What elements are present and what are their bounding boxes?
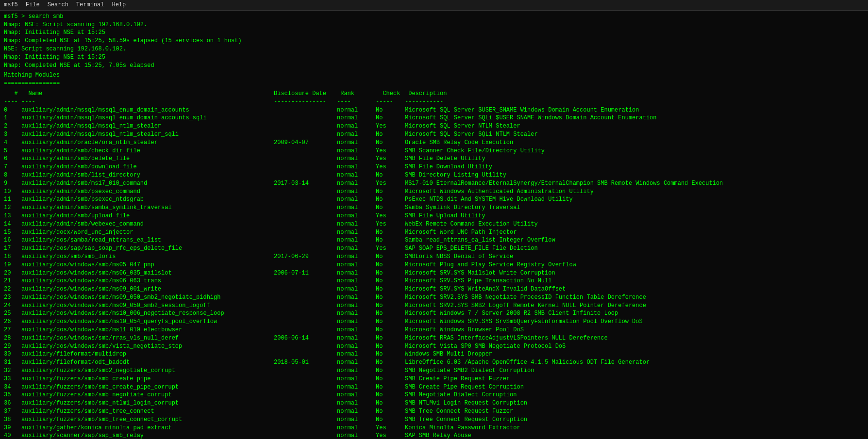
- table-row[interactable]: 3 auxiliary/admin/mssql/mssql_ntlm_steal…: [4, 130, 864, 139]
- table-row[interactable]: 4 auxiliary/admin/oracle/ora_ntlm_steale…: [4, 139, 864, 147]
- col-name-value: auxiliary/fuzzers/smb/smb_negotiate_corr…: [21, 391, 274, 399]
- col-name-value: auxiliary/scanner/sap/sap_smb_relay: [21, 432, 274, 439]
- table-row[interactable]: 2 auxiliary/admin/mssql/mssql_ntlm_steal…: [4, 122, 864, 130]
- col-rank-value: normal: [337, 399, 376, 407]
- col-desc-value: Microsoft SRV.SYS WriteAndX Invalid Data…: [405, 285, 566, 293]
- col-name-value: auxiliary/dos/windows/smb/ms09_001_write: [21, 285, 274, 293]
- table-row[interactable]: 24 auxiliary/dos/windows/smb/ms09_050_sm…: [4, 302, 864, 310]
- menu-help[interactable]: Help: [112, 1, 126, 9]
- menu-terminal[interactable]: Terminal: [76, 1, 104, 9]
- table-row[interactable]: 11 auxiliary/admin/smb/psexec_ntdsgrabno…: [4, 195, 864, 204]
- col-check-value: No: [376, 114, 405, 122]
- col-rank-value: normal: [337, 342, 376, 351]
- table-row[interactable]: 1 auxiliary/admin/mssql/mssql_enum_domai…: [4, 114, 864, 122]
- table-row[interactable]: 26 auxiliary/dos/windows/smb/ms10_054_qu…: [4, 318, 864, 326]
- table-row[interactable]: 38 auxiliary/fuzzers/smb/smb_tree_connec…: [4, 416, 864, 424]
- col-check-value: No: [376, 106, 405, 114]
- table-row[interactable]: 0 auxiliary/admin/mssql/mssql_enum_domai…: [4, 106, 864, 114]
- col-date-value: [274, 130, 337, 139]
- col-rank-value: normal: [337, 236, 376, 244]
- col-date-value: [274, 155, 337, 163]
- col-check-value: No: [376, 391, 405, 399]
- col-check-value: No: [376, 188, 405, 196]
- col-desc-value: SMB Tree Connect Request Fuzzer: [405, 407, 513, 416]
- col-num-value: 2: [4, 122, 21, 130]
- col-date-value: [274, 277, 337, 285]
- col-desc-value: Microsoft SRV2.SYS SMB Negotiate Process…: [405, 293, 646, 302]
- col-num-header: #: [4, 90, 21, 98]
- col-date-value: [274, 171, 337, 179]
- col-rank-value: normal: [337, 407, 376, 416]
- table-row[interactable]: 36 auxiliary/fuzzers/smb/smb_ntlm1_login…: [4, 399, 864, 407]
- col-date-value: [274, 407, 337, 416]
- menu-search[interactable]: Search: [48, 1, 68, 9]
- col-check-header: Check: [376, 90, 405, 98]
- table-row[interactable]: 32 auxiliary/fuzzers/smb/smb2_negotiate_…: [4, 367, 864, 375]
- col-desc-value: Windows SMB Multi Dropper: [405, 350, 492, 358]
- col-date-header: Disclosure Date: [274, 90, 337, 98]
- col-desc-value: Microsoft Vista SP0 SMB Negotiate Protoc…: [405, 342, 566, 351]
- table-row[interactable]: 37 auxiliary/fuzzers/smb/smb_tree_connec…: [4, 407, 864, 416]
- col-name-value: auxiliary/fuzzers/smb/smb2_negotiate_cor…: [21, 367, 274, 375]
- col-rank-value: normal: [337, 432, 376, 439]
- table-row[interactable]: 19 auxiliary/dos/windows/smb/ms05_047_pn…: [4, 261, 864, 269]
- col-rank-value: normal: [337, 334, 376, 342]
- table-row[interactable]: 27 auxiliary/dos/windows/smb/ms11_019_el…: [4, 326, 864, 334]
- table-row[interactable]: 7 auxiliary/admin/smb/download_filenorma…: [4, 163, 864, 171]
- table-row[interactable]: 10 auxiliary/admin/smb/psexec_commandnor…: [4, 188, 864, 196]
- nse-line-2: Nmap: Initiating NSE at 15:25: [4, 29, 864, 37]
- col-name-value: auxiliary/docx/word_unc_injector: [21, 228, 274, 237]
- col-desc-value: Microsoft SRV.SYS Mailslot Write Corrupt…: [405, 269, 555, 277]
- col-desc-value: Microsoft SQL Server NTLM Stealer: [405, 122, 520, 130]
- col-check-value: No: [376, 204, 405, 212]
- col-check-value: No: [376, 407, 405, 416]
- col-date-value: 2006-06-14: [274, 334, 337, 342]
- table-row[interactable]: 13 auxiliary/admin/smb/upload_filenormal…: [4, 212, 864, 220]
- table-row[interactable]: 23 auxiliary/dos/windows/smb/ms09_050_sm…: [4, 293, 864, 302]
- table-row[interactable]: 8 auxiliary/admin/smb/list_directorynorm…: [4, 171, 864, 179]
- table-row[interactable]: 40 auxiliary/scanner/sap/sap_smb_relayno…: [4, 432, 864, 439]
- col-check-value: No: [376, 269, 405, 277]
- col-name-value: auxiliary/admin/smb/psexec_ntdsgrab: [21, 195, 274, 204]
- col-check-value: Yes: [376, 179, 405, 188]
- table-row[interactable]: 12 auxiliary/admin/smb/samba_symlink_tra…: [4, 204, 864, 212]
- col-name-header: Name: [21, 90, 274, 98]
- table-row[interactable]: 14 auxiliary/admin/smb/webexec_commandno…: [4, 220, 864, 228]
- table-row[interactable]: 21 auxiliary/dos/windows/smb/ms06_063_tr…: [4, 277, 864, 285]
- col-name-value: auxiliary/gather/konica_minolta_pwd_extr…: [21, 424, 274, 432]
- table-row[interactable]: 16 auxiliary/dos/samba/read_nttrans_ea_l…: [4, 236, 864, 244]
- col-check-value: No: [376, 285, 405, 293]
- table-row[interactable]: 22 auxiliary/dos/windows/smb/ms09_001_wr…: [4, 285, 864, 293]
- table-row[interactable]: 25 auxiliary/dos/windows/smb/ms10_006_ne…: [4, 309, 864, 318]
- col-desc-value: SMB Negotiate Dialect Corruption: [405, 391, 517, 399]
- col-desc-value: SMB File Upload Utility: [405, 212, 485, 220]
- menu-file[interactable]: File: [26, 1, 40, 9]
- col-name-value: auxiliary/admin/smb/upload_file: [21, 212, 274, 220]
- table-row[interactable]: 6 auxiliary/admin/smb/delete_filenormalY…: [4, 155, 864, 163]
- col-num-value: 37: [4, 407, 21, 416]
- table-row[interactable]: 33 auxiliary/fuzzers/smb/smb_create_pipe…: [4, 375, 864, 383]
- table-row[interactable]: 17 auxiliary/dos/sap/sap_soap_rfc_eps_de…: [4, 244, 864, 253]
- col-desc-value: Microsoft Windows Browser Pool DoS: [405, 326, 524, 334]
- table-row[interactable]: 30 auxiliary/fileformat/multidropnormalN…: [4, 350, 864, 358]
- menu-bar[interactable]: msf5 File Search Terminal Help: [0, 0, 868, 11]
- table-row[interactable]: 18 auxiliary/dos/smb/smb_loris2017-06-29…: [4, 253, 864, 261]
- col-desc-value: Microsoft Word UNC Path Injector: [405, 228, 517, 237]
- col-check-value: Yes: [376, 163, 405, 171]
- menu-msf5[interactable]: msf5: [4, 1, 18, 9]
- table-row[interactable]: 34 auxiliary/fuzzers/smb/smb_create_pipe…: [4, 383, 864, 391]
- nse-line-1: Nmap: NSE: Script scanning 192.168.0.102…: [4, 21, 864, 29]
- col-check-value: No: [376, 130, 405, 139]
- col-num-value: 18: [4, 253, 21, 261]
- col-date-value: [274, 391, 337, 399]
- table-row[interactable]: 35 auxiliary/fuzzers/smb/smb_negotiate_c…: [4, 391, 864, 399]
- table-row[interactable]: 31 auxiliary/fileformat/odt_badodt2018-0…: [4, 358, 864, 367]
- col-num-value: 13: [4, 212, 21, 220]
- table-row[interactable]: 9 auxiliary/admin/smb/ms17_010_command20…: [4, 179, 864, 188]
- table-row[interactable]: 15 auxiliary/docx/word_unc_injectornorma…: [4, 228, 864, 237]
- table-row[interactable]: 5 auxiliary/admin/smb/check_dir_filenorm…: [4, 147, 864, 155]
- table-row[interactable]: 20 auxiliary/dos/windows/smb/ms06_035_ma…: [4, 269, 864, 277]
- table-row[interactable]: 39 auxiliary/gather/konica_minolta_pwd_e…: [4, 424, 864, 432]
- table-row[interactable]: 29 auxiliary/dos/windows/smb/vista_negot…: [4, 342, 864, 351]
- table-row[interactable]: 28 auxiliary/dos/windows/smb/rras_vls_nu…: [4, 334, 864, 342]
